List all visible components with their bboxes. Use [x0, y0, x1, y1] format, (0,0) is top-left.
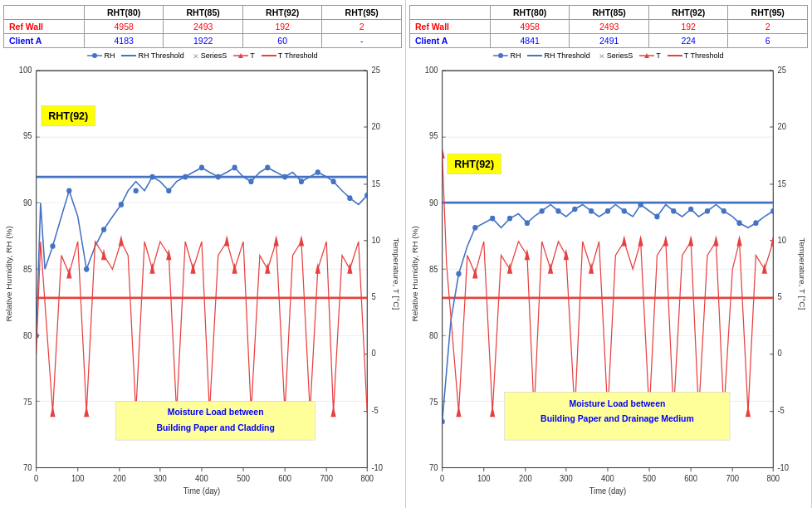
svg-text:500: 500	[643, 474, 656, 483]
svg-text:15: 15	[371, 179, 379, 188]
client-rht85-left: 1922	[164, 34, 243, 48]
legend-rh-threshold-left: RH Threshold	[121, 51, 183, 60]
svg-text:80: 80	[429, 330, 438, 339]
annotation-text-right: Moisture Load between	[570, 398, 666, 408]
svg-point-75	[149, 174, 154, 180]
client-a-row-right: Client A 4841 2491 224 6	[410, 34, 808, 48]
svg-point-1	[92, 53, 97, 58]
svg-text:25: 25	[777, 66, 785, 75]
ref-rht85-left: 2493	[164, 20, 243, 34]
col-header-rht80-right: RHT(80)	[490, 6, 570, 20]
svg-text:75: 75	[429, 398, 438, 407]
panel-right: RHT(80) RHT(85) RHT(92) RHT(95) Ref Wall…	[406, 0, 812, 508]
svg-text:85: 85	[429, 264, 438, 273]
svg-point-112	[498, 53, 503, 58]
legend-rh-right: RH	[493, 51, 521, 60]
svg-point-199	[770, 208, 775, 214]
svg-text:100: 100	[71, 474, 85, 483]
svg-point-197	[736, 220, 741, 226]
ref-rht85-right: 2493	[570, 20, 649, 34]
svg-text:20: 20	[777, 122, 786, 131]
svg-point-193	[671, 208, 676, 214]
svg-text:-5: -5	[777, 406, 784, 415]
col-header-empty	[4, 6, 85, 20]
svg-text:400: 400	[195, 474, 208, 483]
client-rht85-right: 2491	[570, 34, 649, 48]
legend-t-right: T	[639, 51, 661, 60]
annotation-text-left: Moisture Load between	[168, 407, 264, 417]
col-header-rht85-right: RHT(85)	[570, 6, 649, 20]
svg-text:90: 90	[23, 198, 32, 207]
col-header-rht95-left: RHT(95)	[322, 6, 402, 20]
ref-rht95-right: 2	[728, 20, 808, 34]
svg-point-185	[540, 208, 545, 214]
ref-wall-label-left: Ref Wall	[4, 20, 85, 34]
svg-point-69	[50, 243, 55, 249]
svg-text:0: 0	[777, 349, 782, 358]
svg-point-191	[638, 202, 643, 208]
panel-left: RHT(80) RHT(85) RHT(92) RHT(95) Ref Wall…	[0, 0, 406, 508]
ref-wall-row-left: Ref Wall 4958 2493 192 2	[4, 20, 402, 34]
ref-rht92-left: 192	[242, 20, 322, 34]
svg-point-71	[84, 266, 89, 272]
annotation-text2-right: Building Paper and Drainage Medium	[541, 413, 694, 423]
svg-point-68	[34, 333, 39, 339]
y-axis-left-title: Relative Humidity, RH (%)	[5, 226, 14, 321]
svg-text:5: 5	[777, 292, 781, 301]
svg-point-188	[589, 208, 594, 214]
svg-text:75: 75	[23, 398, 32, 407]
svg-point-81	[248, 178, 253, 184]
svg-text:600: 600	[684, 474, 697, 483]
legend-rh-threshold-right: RH Threshold	[527, 51, 589, 60]
svg-point-73	[119, 202, 124, 208]
svg-point-183	[507, 216, 512, 222]
svg-point-74	[134, 188, 139, 193]
client-rht95-left: -	[322, 34, 402, 48]
col-header-rht95-right: RHT(95)	[728, 6, 808, 20]
col-header-rht92-right: RHT(92)	[648, 6, 728, 20]
svg-point-82	[265, 165, 270, 171]
y-axis-right-title-right: Temperature, T [°C]	[798, 237, 807, 310]
svg-point-190	[622, 208, 627, 214]
annotation-text2-left: Building Paper and Cladding	[156, 423, 274, 432]
svg-point-196	[722, 208, 726, 214]
chart-left: 70 75 80 85 90 95 100	[3, 61, 402, 505]
ref-rht80-left: 4958	[84, 20, 164, 34]
svg-text:✕: ✕	[599, 52, 605, 60]
x-axis-title-left: Time (day)	[183, 486, 220, 495]
legend-left: RH RH Threshold ✕ SeriesS T T Threshold	[3, 51, 402, 60]
svg-text:200: 200	[519, 474, 532, 483]
x-axis: 0 100 200 300 400 500 600 700 800	[34, 468, 374, 484]
svg-text:0: 0	[440, 474, 445, 483]
x-axis-title-right: Time (day)	[589, 486, 626, 495]
svg-text:10: 10	[777, 236, 786, 245]
legend-series-s-left: ✕ SeriesS	[191, 51, 227, 60]
svg-text:100: 100	[477, 474, 491, 483]
legend-rh-left: RH	[87, 51, 115, 60]
client-rht95-right: 6	[728, 34, 808, 48]
client-a-row-left: Client A 4183 1922 60 -	[4, 34, 402, 48]
legend-t-threshold-left: T Threshold	[262, 51, 318, 60]
client-rht92-left: 60	[242, 34, 322, 48]
y-axis-right-title: Temperature, T [°C]	[392, 237, 401, 310]
svg-point-87	[347, 195, 352, 201]
svg-text:15: 15	[777, 179, 785, 188]
ref-wall-label-right: Ref Wall	[410, 20, 491, 34]
svg-text:200: 200	[113, 474, 126, 483]
svg-point-86	[330, 178, 335, 184]
svg-point-70	[66, 188, 71, 193]
svg-point-88	[364, 193, 369, 198]
svg-text:25: 25	[371, 66, 379, 75]
svg-text:500: 500	[237, 474, 250, 483]
svg-text:100: 100	[425, 66, 438, 75]
svg-point-194	[688, 207, 693, 212]
svg-text:70: 70	[23, 463, 32, 472]
col-header-rht80-left: RHT(80)	[84, 6, 164, 20]
svg-point-184	[525, 220, 530, 226]
ref-rht95-left: 2	[322, 20, 402, 34]
svg-point-79	[216, 174, 221, 180]
svg-point-180	[456, 271, 461, 277]
svg-text:700: 700	[726, 474, 739, 483]
svg-point-186	[555, 208, 560, 214]
svg-point-77	[183, 174, 188, 180]
